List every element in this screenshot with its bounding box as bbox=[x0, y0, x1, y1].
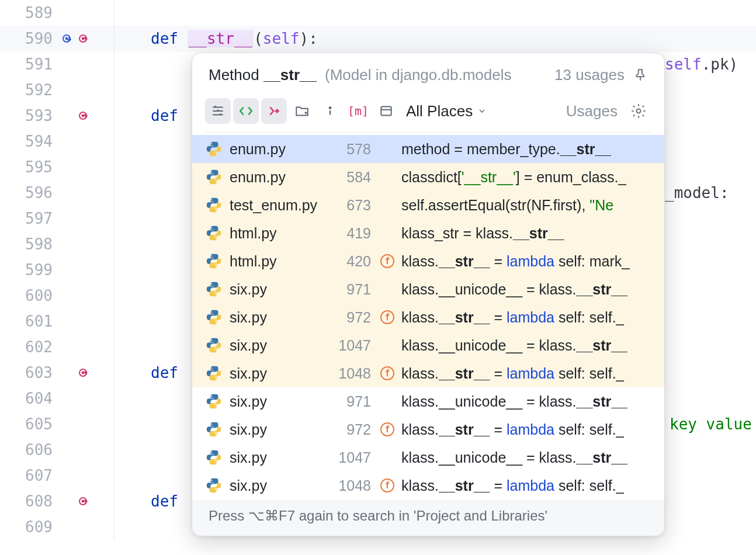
result-code: klass.__str__ = lambda self: self._ bbox=[401, 309, 624, 326]
result-badge: f bbox=[379, 421, 396, 438]
result-code: klass.__unicode__ = klass.__str__ bbox=[401, 393, 627, 410]
result-line-number: 673 bbox=[329, 197, 371, 214]
result-line-number: 972 bbox=[329, 309, 371, 326]
result-row[interactable]: html.py 420 f klass.__str__ = lambda sel… bbox=[192, 247, 664, 275]
usages-popup: Method __str__ (Model in django.db.model… bbox=[192, 53, 665, 536]
result-line-number: 971 bbox=[329, 393, 371, 410]
result-line-number: 1048 bbox=[329, 365, 371, 382]
result-line-number: 419 bbox=[329, 225, 371, 242]
line-number: 598 bbox=[0, 231, 58, 257]
result-row[interactable]: test_enum.py 673 self.assertEqual(str(NF… bbox=[192, 191, 664, 219]
toolbar-settings-icon[interactable] bbox=[205, 98, 231, 124]
result-filename: six.py bbox=[230, 393, 329, 410]
popup-footer: Press ⌥⌘F7 again to search in 'Project a… bbox=[192, 500, 664, 536]
result-row[interactable]: six.py 972 f klass.__str__ = lambda self… bbox=[192, 303, 664, 331]
result-line-number: 971 bbox=[329, 281, 371, 298]
gutter-icons[interactable] bbox=[58, 32, 114, 45]
toolbar-preview-icon[interactable] bbox=[373, 98, 399, 124]
code-line[interactable]: 589 bbox=[0, 0, 756, 26]
result-badge bbox=[379, 281, 396, 297]
toolbar-module-icon[interactable]: [m] bbox=[345, 98, 371, 124]
result-filename: enum.py bbox=[230, 141, 329, 158]
result-line-number: 578 bbox=[329, 141, 371, 158]
result-code: klass.__str__ = lambda self: self._ bbox=[401, 421, 624, 438]
popup-header: Method __str__ (Model in django.db.model… bbox=[192, 53, 664, 95]
result-row[interactable]: six.py 1048 f klass.__str__ = lambda sel… bbox=[192, 471, 664, 500]
code-text[interactable]: def bbox=[115, 488, 178, 514]
toolbar-declaration-icon[interactable] bbox=[233, 98, 259, 124]
line-number: 589 bbox=[0, 0, 58, 26]
svg-point-34 bbox=[216, 378, 217, 379]
result-badge: f bbox=[379, 309, 396, 325]
result-filename: six.py bbox=[230, 365, 329, 382]
line-number: 595 bbox=[0, 154, 58, 180]
pin-icon[interactable] bbox=[633, 68, 648, 83]
svg-text:f: f bbox=[384, 368, 390, 379]
gear-icon[interactable] bbox=[626, 98, 651, 124]
toolbar-info-icon[interactable] bbox=[317, 98, 343, 124]
line-number: 601 bbox=[0, 308, 58, 334]
result-line-number: 1048 bbox=[329, 477, 371, 494]
result-row[interactable]: six.py 1047 klass.__unicode__ = klass.__… bbox=[192, 443, 664, 471]
scope-selector[interactable]: All Places bbox=[401, 102, 491, 120]
result-line-number: 1047 bbox=[329, 449, 371, 466]
svg-point-13 bbox=[211, 143, 212, 144]
svg-point-18 bbox=[216, 210, 217, 211]
svg-point-10 bbox=[330, 107, 331, 109]
popup-title: Method __str__ bbox=[209, 66, 317, 84]
result-code: method = member_type.__str__ bbox=[401, 141, 611, 158]
line-number: 590 bbox=[0, 26, 58, 51]
result-line-number: 420 bbox=[329, 253, 371, 270]
svg-point-27 bbox=[211, 311, 212, 313]
code-text[interactable]: def bbox=[115, 103, 178, 129]
result-line-number: 1047 bbox=[329, 337, 371, 354]
svg-point-45 bbox=[211, 480, 212, 481]
result-row[interactable]: six.py 972 f klass.__str__ = lambda self… bbox=[192, 415, 664, 443]
result-badge bbox=[379, 197, 396, 213]
result-row[interactable]: enum.py 584 classdict['__str__'] = enum_… bbox=[192, 163, 664, 191]
result-line-number: 584 bbox=[329, 169, 371, 186]
result-row[interactable]: enum.py 578 method = member_type.__str__ bbox=[192, 135, 664, 163]
result-badge: f bbox=[379, 365, 396, 381]
result-row[interactable]: html.py 419 klass_str = klass.__str__ bbox=[192, 219, 664, 247]
gutter-icons[interactable] bbox=[58, 109, 114, 122]
svg-point-22 bbox=[216, 266, 217, 267]
svg-text:f: f bbox=[384, 480, 390, 491]
gutter-icons[interactable] bbox=[58, 366, 114, 379]
svg-point-17 bbox=[211, 199, 212, 200]
line-number: 591 bbox=[0, 51, 58, 77]
result-code: klass.__unicode__ = klass.__str__ bbox=[401, 449, 627, 466]
toolbar-write-access-icon[interactable] bbox=[261, 98, 287, 124]
usages-tab[interactable]: Usages bbox=[560, 102, 623, 120]
svg-point-31 bbox=[211, 339, 212, 341]
result-row[interactable]: six.py 971 klass.__unicode__ = klass.__s… bbox=[192, 387, 664, 415]
line-number: 597 bbox=[0, 206, 58, 231]
result-filename: html.py bbox=[230, 253, 329, 270]
result-row[interactable]: six.py 1048 f klass.__str__ = lambda sel… bbox=[192, 359, 664, 387]
svg-point-15 bbox=[211, 171, 212, 172]
result-row[interactable]: six.py 971 klass.__unicode__ = klass.__s… bbox=[192, 275, 664, 303]
svg-point-37 bbox=[211, 396, 212, 397]
result-code: self.assertEqual(str(NF.first), "Ne bbox=[401, 197, 613, 214]
code-line[interactable]: 590 def __str__(self): bbox=[0, 26, 756, 51]
result-code: klass_str = klass.__str__ bbox=[401, 225, 564, 242]
result-badge bbox=[379, 393, 396, 410]
code-text[interactable]: def __str__(self): bbox=[115, 26, 318, 51]
line-number: 596 bbox=[0, 180, 58, 206]
gutter-icons[interactable] bbox=[58, 495, 114, 508]
svg-rect-11 bbox=[381, 106, 391, 115]
result-code: klass.__str__ = lambda self: mark_ bbox=[401, 253, 630, 270]
result-code: klass.__str__ = lambda self: self._ bbox=[401, 365, 624, 382]
svg-point-14 bbox=[216, 154, 217, 155]
toolbar-new-folder-icon[interactable] bbox=[289, 98, 315, 124]
line-number: 602 bbox=[0, 334, 58, 360]
popup-usages-count: 13 usages bbox=[554, 66, 625, 84]
svg-point-38 bbox=[216, 406, 217, 407]
svg-text:f: f bbox=[384, 312, 390, 322]
svg-point-44 bbox=[216, 462, 217, 463]
result-filename: six.py bbox=[230, 449, 329, 466]
code-text[interactable]: def bbox=[115, 360, 178, 386]
popup-subtitle: (Model in django.db.models bbox=[325, 66, 546, 84]
result-row[interactable]: six.py 1047 klass.__unicode__ = klass.__… bbox=[192, 331, 664, 359]
result-filename: six.py bbox=[230, 337, 329, 354]
